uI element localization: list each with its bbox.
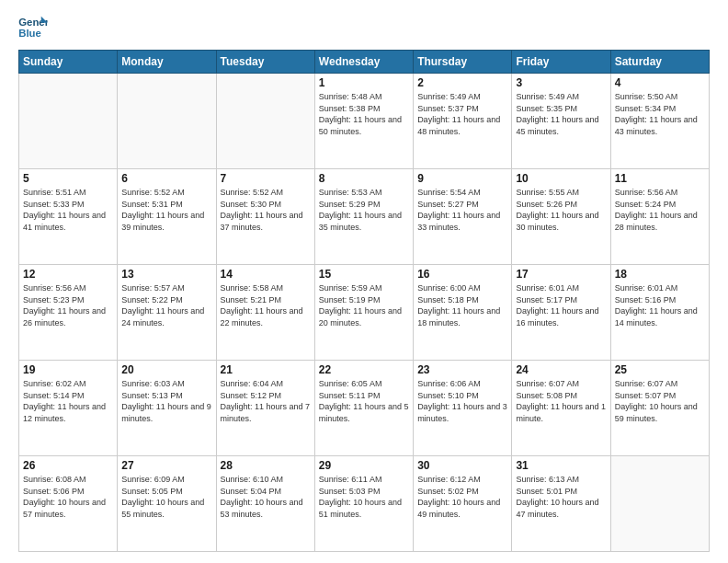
day-info: Sunrise: 5:52 AMSunset: 5:30 PMDaylight:… [221,187,311,233]
day-info: Sunrise: 6:09 AMSunset: 5:05 PMDaylight:… [121,474,211,520]
calendar-cell: 1Sunrise: 5:48 AMSunset: 5:38 PMDaylight… [314,74,413,169]
calendar-cell: 16Sunrise: 6:00 AMSunset: 5:18 PMDayligh… [414,265,512,361]
day-number: 1 [319,76,409,89]
day-info: Sunrise: 5:52 AMSunset: 5:31 PMDaylight:… [121,187,211,233]
day-number: 16 [417,268,507,281]
weekday-wednesday: Wednesday [314,51,413,74]
weekday-header-row: SundayMondayTuesdayWednesdayThursdayFrid… [19,51,710,74]
logo-icon: General Blue [18,15,48,40]
day-info: Sunrise: 5:49 AMSunset: 5:37 PMDaylight:… [417,91,507,137]
calendar-cell: 13Sunrise: 5:57 AMSunset: 5:22 PMDayligh… [118,265,216,361]
day-info: Sunrise: 5:57 AMSunset: 5:22 PMDaylight:… [121,282,211,328]
day-number: 7 [221,172,311,185]
day-number: 9 [417,172,507,185]
day-number: 8 [319,172,409,185]
day-info: Sunrise: 6:07 AMSunset: 5:07 PMDaylight:… [615,378,705,424]
calendar-cell: 9Sunrise: 5:54 AMSunset: 5:27 PMDaylight… [414,169,512,265]
day-number: 30 [417,459,507,472]
weekday-saturday: Saturday [610,51,709,74]
day-number: 25 [615,363,705,376]
calendar-cell: 23Sunrise: 6:06 AMSunset: 5:10 PMDayligh… [414,361,512,456]
day-info: Sunrise: 5:50 AMSunset: 5:34 PMDaylight:… [615,91,705,137]
calendar-cell: 30Sunrise: 6:12 AMSunset: 5:02 PMDayligh… [414,456,512,552]
day-number: 15 [319,268,409,281]
calendar-cell: 27Sunrise: 6:09 AMSunset: 5:05 PMDayligh… [118,456,216,552]
day-number: 27 [121,459,211,472]
day-info: Sunrise: 6:00 AMSunset: 5:18 PMDaylight:… [417,282,507,328]
calendar-cell: 21Sunrise: 6:04 AMSunset: 5:12 PMDayligh… [216,361,314,456]
calendar-cell [610,456,709,552]
day-info: Sunrise: 6:13 AMSunset: 5:01 PMDaylight:… [516,474,606,520]
svg-text:Blue: Blue [18,28,41,39]
header: General Blue [18,15,710,40]
day-number: 23 [417,363,507,376]
day-number: 24 [516,363,606,376]
calendar-cell: 26Sunrise: 6:08 AMSunset: 5:06 PMDayligh… [19,456,118,552]
day-info: Sunrise: 5:58 AMSunset: 5:21 PMDaylight:… [221,282,311,328]
day-info: Sunrise: 6:10 AMSunset: 5:04 PMDaylight:… [221,474,311,520]
page: General Blue SundayMondayTuesdayWednesda… [0,0,728,563]
day-info: Sunrise: 5:55 AMSunset: 5:26 PMDaylight:… [516,187,606,233]
day-info: Sunrise: 6:11 AMSunset: 5:03 PMDaylight:… [319,474,409,520]
calendar-cell: 19Sunrise: 6:02 AMSunset: 5:14 PMDayligh… [19,361,118,456]
calendar-cell [118,74,216,169]
day-number: 26 [23,459,113,472]
day-info: Sunrise: 5:56 AMSunset: 5:24 PMDaylight:… [615,187,705,233]
day-number: 18 [615,268,705,281]
day-number: 6 [121,172,211,185]
day-number: 22 [319,363,409,376]
day-info: Sunrise: 5:48 AMSunset: 5:38 PMDaylight:… [319,91,409,137]
day-info: Sunrise: 5:59 AMSunset: 5:19 PMDaylight:… [319,282,409,328]
calendar-cell: 4Sunrise: 5:50 AMSunset: 5:34 PMDaylight… [610,74,709,169]
calendar-cell: 18Sunrise: 6:01 AMSunset: 5:16 PMDayligh… [610,265,709,361]
day-info: Sunrise: 6:03 AMSunset: 5:13 PMDaylight:… [121,378,211,424]
calendar-cell: 12Sunrise: 5:56 AMSunset: 5:23 PMDayligh… [19,265,118,361]
calendar-cell: 22Sunrise: 6:05 AMSunset: 5:11 PMDayligh… [314,361,413,456]
calendar-week-2: 5Sunrise: 5:51 AMSunset: 5:33 PMDaylight… [19,169,710,265]
weekday-friday: Friday [512,51,610,74]
day-number: 4 [615,76,705,89]
calendar-cell: 2Sunrise: 5:49 AMSunset: 5:37 PMDaylight… [414,74,512,169]
day-info: Sunrise: 6:02 AMSunset: 5:14 PMDaylight:… [23,378,113,424]
calendar-cell: 14Sunrise: 5:58 AMSunset: 5:21 PMDayligh… [216,265,314,361]
calendar-cell: 31Sunrise: 6:13 AMSunset: 5:01 PMDayligh… [512,456,610,552]
day-number: 28 [221,459,311,472]
day-number: 10 [516,172,606,185]
day-number: 2 [417,76,507,89]
weekday-tuesday: Tuesday [216,51,314,74]
day-info: Sunrise: 6:05 AMSunset: 5:11 PMDaylight:… [319,378,409,424]
day-info: Sunrise: 6:04 AMSunset: 5:12 PMDaylight:… [221,378,311,424]
day-info: Sunrise: 5:53 AMSunset: 5:29 PMDaylight:… [319,187,409,233]
day-number: 5 [23,172,113,185]
day-number: 20 [121,363,211,376]
calendar-cell: 5Sunrise: 5:51 AMSunset: 5:33 PMDaylight… [19,169,118,265]
logo: General Blue [18,15,48,40]
calendar-cell: 3Sunrise: 5:49 AMSunset: 5:35 PMDaylight… [512,74,610,169]
calendar-cell: 25Sunrise: 6:07 AMSunset: 5:07 PMDayligh… [610,361,709,456]
calendar-week-4: 19Sunrise: 6:02 AMSunset: 5:14 PMDayligh… [19,361,710,456]
calendar-cell: 15Sunrise: 5:59 AMSunset: 5:19 PMDayligh… [314,265,413,361]
day-info: Sunrise: 5:54 AMSunset: 5:27 PMDaylight:… [417,187,507,233]
day-number: 3 [516,76,606,89]
day-number: 11 [615,172,705,185]
day-info: Sunrise: 6:12 AMSunset: 5:02 PMDaylight:… [417,474,507,520]
day-info: Sunrise: 6:06 AMSunset: 5:10 PMDaylight:… [417,378,507,424]
day-number: 17 [516,268,606,281]
day-number: 19 [23,363,113,376]
weekday-monday: Monday [118,51,216,74]
day-number: 13 [121,268,211,281]
calendar-week-3: 12Sunrise: 5:56 AMSunset: 5:23 PMDayligh… [19,265,710,361]
calendar-cell [19,74,118,169]
day-info: Sunrise: 6:07 AMSunset: 5:08 PMDaylight:… [516,378,606,424]
calendar-cell: 20Sunrise: 6:03 AMSunset: 5:13 PMDayligh… [118,361,216,456]
calendar-cell: 28Sunrise: 6:10 AMSunset: 5:04 PMDayligh… [216,456,314,552]
day-number: 31 [516,459,606,472]
calendar-cell: 29Sunrise: 6:11 AMSunset: 5:03 PMDayligh… [314,456,413,552]
calendar-cell: 7Sunrise: 5:52 AMSunset: 5:30 PMDaylight… [216,169,314,265]
calendar-cell [216,74,314,169]
calendar: SundayMondayTuesdayWednesdayThursdayFrid… [18,50,710,552]
day-info: Sunrise: 5:51 AMSunset: 5:33 PMDaylight:… [23,187,113,233]
day-number: 21 [221,363,311,376]
weekday-thursday: Thursday [414,51,512,74]
day-info: Sunrise: 6:08 AMSunset: 5:06 PMDaylight:… [23,474,113,520]
